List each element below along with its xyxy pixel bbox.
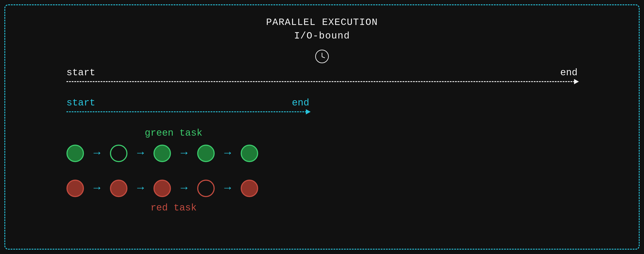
red-step-circle xyxy=(154,180,171,197)
clock-row xyxy=(66,50,578,63)
red-task-block: →→→→ red task xyxy=(66,180,578,213)
step-arrow-icon: → xyxy=(224,183,231,194)
green-step-circle xyxy=(241,145,258,162)
step-arrow-icon: → xyxy=(137,183,144,194)
clock-icon xyxy=(315,50,329,63)
green-step-circle xyxy=(197,145,215,162)
diagram-title: PARALLEL EXECUTION xyxy=(66,16,578,29)
red-step-circle xyxy=(241,180,258,197)
timeline-parallel-start-label: start xyxy=(66,97,95,108)
step-arrow-icon: → xyxy=(137,148,144,159)
timeline-parallel-arrow xyxy=(66,111,309,112)
green-step-circle xyxy=(154,145,171,162)
green-step-circle xyxy=(110,145,128,162)
timeline-full: start end xyxy=(66,67,578,82)
green-task-label: green task xyxy=(66,128,281,138)
red-step-circle xyxy=(197,180,215,197)
timeline-full-arrow xyxy=(66,81,578,82)
timeline-full-start-label: start xyxy=(66,67,95,78)
step-arrow-icon: → xyxy=(180,148,187,159)
timeline-parallel-end-label: end xyxy=(292,97,309,108)
diagram-frame: PARALLEL EXECUTION I/O-bound start end s… xyxy=(4,4,640,250)
timeline-full-end-label: end xyxy=(560,67,578,78)
red-task-label: red task xyxy=(66,202,281,213)
red-step-circle xyxy=(66,180,84,197)
diagram-subtitle: I/O-bound xyxy=(66,29,578,43)
title-block: PARALLEL EXECUTION I/O-bound xyxy=(66,16,578,43)
red-task-row: →→→→ xyxy=(66,180,578,197)
green-step-circle xyxy=(66,145,84,162)
step-arrow-icon: → xyxy=(94,148,100,159)
step-arrow-icon: → xyxy=(224,148,231,159)
green-task-row: →→→→ xyxy=(66,145,578,162)
timeline-parallel: start end xyxy=(66,97,309,112)
red-step-circle xyxy=(110,180,128,197)
green-task-block: green task →→→→ xyxy=(66,128,578,162)
step-arrow-icon: → xyxy=(180,183,187,194)
step-arrow-icon: → xyxy=(94,183,100,194)
